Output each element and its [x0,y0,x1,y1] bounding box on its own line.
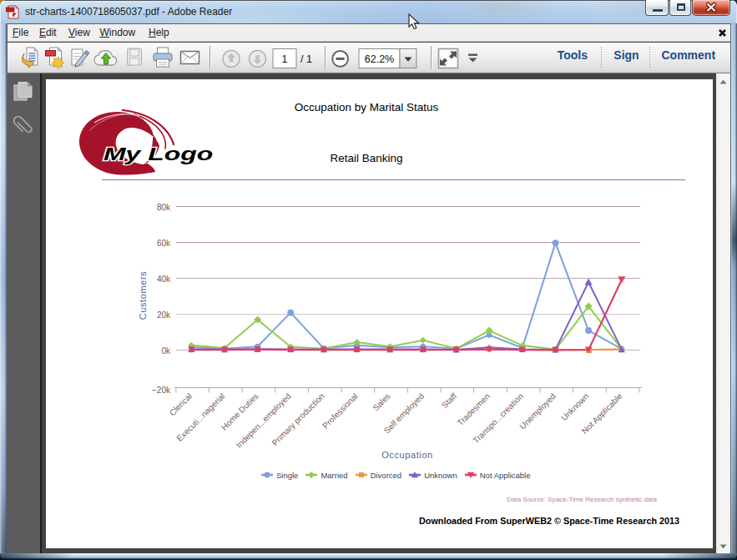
svg-text:62.2%: 62.2% [365,53,394,65]
svg-text:/ 1: / 1 [300,53,312,65]
svg-text:1: 1 [282,53,288,65]
